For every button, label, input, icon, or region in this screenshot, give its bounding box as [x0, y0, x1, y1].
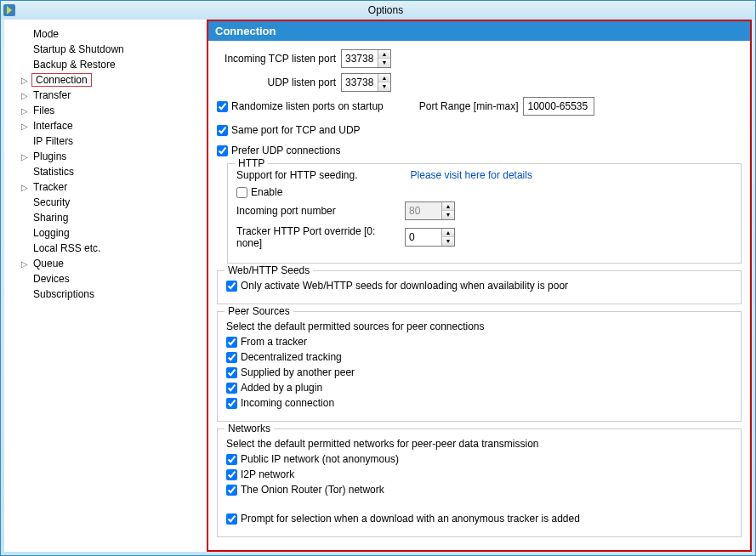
- peersource-checkbox[interactable]: Supplied by another peer: [226, 366, 732, 378]
- sidebar-item-label: Queue: [31, 258, 65, 269]
- peersource-label: Decentralized tracking: [241, 351, 342, 363]
- sidebar-item-startup-shutdown[interactable]: Startup & Shutdown: [20, 42, 203, 57]
- peersource-input[interactable]: [226, 383, 237, 394]
- network-label: Public IP network (not anonymous): [241, 453, 399, 465]
- tcp-port-spinner[interactable]: ▲▼: [341, 49, 391, 68]
- expand-arrow-icon[interactable]: ▷: [21, 259, 31, 269]
- options-window: Options ModeStartup & ShutdownBackup & R…: [0, 0, 756, 556]
- sidebar-item-ip-filters[interactable]: IP Filters: [20, 133, 203, 149]
- sidebar-item-transfer[interactable]: ▷Transfer: [20, 88, 203, 103]
- sidebar-item-queue[interactable]: ▷Queue: [20, 256, 203, 271]
- webseeds-only-activate-input[interactable]: [226, 281, 237, 292]
- udp-port-spinner[interactable]: ▲▼: [341, 73, 391, 92]
- network-input[interactable]: [226, 454, 237, 465]
- http-details-link[interactable]: Please visit here for details: [411, 169, 532, 181]
- sidebar-item-subscriptions[interactable]: Subscriptions: [20, 287, 203, 302]
- spin-up-icon[interactable]: ▲: [442, 229, 454, 237]
- sidebar-item-label: Local RSS etc.: [31, 242, 102, 254]
- sidebar-item-files[interactable]: ▷Files: [20, 103, 203, 118]
- expand-arrow-icon[interactable]: ▷: [21, 152, 31, 162]
- tracker-override-input[interactable]: [406, 229, 441, 246]
- sidebar-item-connection[interactable]: ▷Connection: [20, 72, 203, 88]
- networks-prompt-input[interactable]: [226, 513, 237, 525]
- peersources-description: Select the default permitted sources for…: [226, 321, 732, 332]
- sidebar-item-label: Backup & Restore: [31, 59, 117, 71]
- sidebar-item-label: Connection: [31, 73, 92, 87]
- sidebar-item-local-rss-etc-[interactable]: Local RSS etc.: [20, 241, 203, 256]
- nav-tree[interactable]: ModeStartup & ShutdownBackup & Restore▷C…: [4, 20, 207, 552]
- randomize-ports-checkbox[interactable]: Randomize listen ports on startup: [217, 100, 384, 112]
- peersource-checkbox[interactable]: Incoming connection: [226, 397, 732, 409]
- webseeds-only-activate-checkbox[interactable]: Only activate Web/HTTP seeds for downloa…: [226, 280, 732, 292]
- same-port-checkbox[interactable]: Same port for TCP and UDP: [217, 124, 361, 136]
- network-checkbox[interactable]: The Onion Router (Tor) network: [226, 484, 732, 496]
- sidebar-item-label: IP Filters: [31, 135, 75, 147]
- spin-up-icon[interactable]: ▲: [378, 74, 390, 82]
- sidebar-item-devices[interactable]: Devices: [20, 271, 203, 287]
- sidebar-item-logging[interactable]: Logging: [20, 225, 203, 241]
- peersource-label: Supplied by another peer: [241, 366, 355, 378]
- expand-arrow-icon[interactable]: ▷: [21, 76, 31, 85]
- sidebar-item-label: Sharing: [31, 212, 70, 224]
- sidebar-item-sharing[interactable]: Sharing: [20, 210, 203, 225]
- peersource-label: Incoming connection: [241, 397, 334, 409]
- expand-arrow-icon[interactable]: ▷: [21, 122, 31, 131]
- sidebar-item-interface[interactable]: ▷Interface: [20, 118, 203, 133]
- network-checkbox[interactable]: I2P network: [226, 468, 732, 480]
- expand-arrow-icon[interactable]: ▷: [21, 106, 31, 116]
- peersource-input[interactable]: [226, 337, 237, 348]
- expand-arrow-icon[interactable]: ▷: [21, 183, 31, 192]
- sidebar-item-label: Tracker: [31, 181, 69, 193]
- sidebar-item-plugins[interactable]: ▷Plugins: [20, 149, 203, 164]
- network-label: I2P network: [241, 468, 294, 480]
- network-label: The Onion Router (Tor) network: [241, 484, 384, 496]
- panel-body: Incoming TCP listen port ▲▼ UDP listen p…: [208, 41, 750, 549]
- title-bar[interactable]: Options: [1, 1, 755, 20]
- sidebar-item-label: Security: [31, 196, 71, 208]
- http-legend: HTTP: [235, 157, 268, 169]
- sidebar-item-label: Subscriptions: [31, 288, 96, 300]
- network-input[interactable]: [226, 469, 237, 480]
- tcp-port-input[interactable]: [342, 50, 378, 67]
- networks-legend: Networks: [225, 423, 274, 434]
- udp-port-input[interactable]: [342, 74, 378, 91]
- network-checkbox[interactable]: Public IP network (not anonymous): [226, 453, 732, 465]
- networks-prompt-label: Prompt for selection when a download wit…: [241, 513, 580, 525]
- sidebar-item-security[interactable]: Security: [20, 195, 203, 210]
- sidebar-item-mode[interactable]: Mode: [20, 26, 203, 42]
- peersource-input[interactable]: [226, 352, 237, 363]
- peersource-checkbox[interactable]: Added by a plugin: [226, 382, 732, 394]
- spin-up-icon[interactable]: ▲: [378, 50, 390, 59]
- sidebar-item-statistics[interactable]: Statistics: [20, 164, 203, 179]
- randomize-ports-input[interactable]: [217, 101, 228, 112]
- app-icon: [3, 3, 16, 17]
- http-enable-checkbox[interactable]: Enable: [236, 186, 732, 198]
- network-input[interactable]: [226, 485, 237, 496]
- spin-down-icon[interactable]: ▼: [378, 82, 390, 91]
- spin-down-icon[interactable]: ▼: [442, 237, 454, 246]
- spin-down-icon[interactable]: ▼: [378, 59, 390, 67]
- networks-prompt-checkbox[interactable]: Prompt for selection when a download wit…: [226, 513, 732, 525]
- client-area: ModeStartup & ShutdownBackup & Restore▷C…: [4, 20, 752, 552]
- http-enable-input[interactable]: [236, 187, 247, 198]
- webseeds-legend: Web/HTTP Seeds: [225, 264, 313, 276]
- tracker-override-spinner[interactable]: ▲▼: [405, 228, 455, 247]
- http-incoming-port-input: [406, 202, 441, 219]
- peersource-input[interactable]: [226, 398, 237, 409]
- same-port-input[interactable]: [217, 125, 228, 136]
- spin-up-icon: ▲: [442, 202, 454, 211]
- peersources-legend: Peer Sources: [225, 305, 293, 317]
- port-range-input[interactable]: [523, 97, 594, 116]
- window-title: Options: [18, 4, 753, 16]
- http-support-text: Support for HTTP seeding.: [236, 169, 358, 181]
- networks-description: Select the default permitted networks fo…: [226, 438, 732, 450]
- peersource-checkbox[interactable]: From a tracker: [226, 336, 732, 348]
- sidebar-item-tracker[interactable]: ▷Tracker: [20, 179, 203, 195]
- peersource-checkbox[interactable]: Decentralized tracking: [226, 351, 732, 363]
- expand-arrow-icon[interactable]: ▷: [21, 91, 31, 100]
- peersource-input[interactable]: [226, 367, 237, 378]
- prefer-udp-checkbox[interactable]: Prefer UDP connections: [217, 145, 742, 156]
- prefer-udp-input[interactable]: [217, 145, 228, 156]
- peersource-label: Added by a plugin: [241, 382, 322, 394]
- sidebar-item-backup-restore[interactable]: Backup & Restore: [20, 57, 203, 72]
